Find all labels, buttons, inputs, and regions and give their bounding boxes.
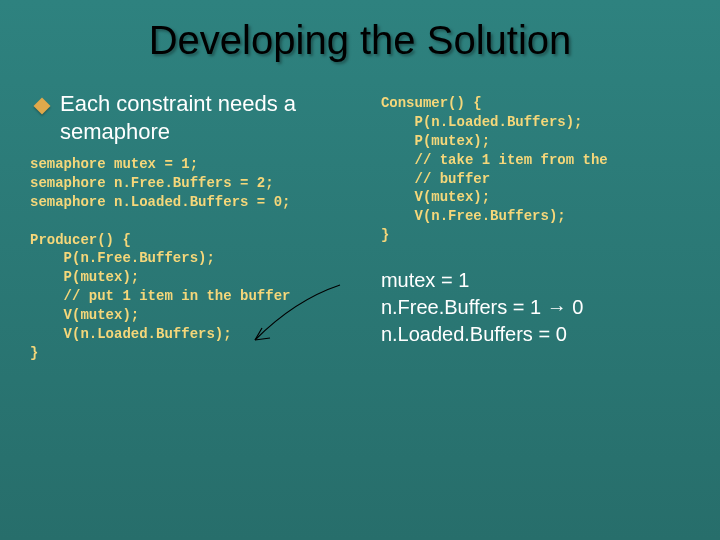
code-line: semaphore n.Loaded.Buffers = 0; <box>30 194 290 210</box>
semaphore-declarations: semaphore mutex = 1; semaphore n.Free.Bu… <box>30 155 365 363</box>
code-line: P(mutex); <box>381 133 490 149</box>
code-line: // put 1 item in the buffer <box>30 288 290 304</box>
annotation-line: n.Free.Buffers = 1 → 0 <box>381 294 690 321</box>
slide-title: Developing the Solution <box>0 18 720 63</box>
code-line: semaphore mutex = 1; <box>30 156 198 172</box>
left-column: Each constraint needs a semaphore semaph… <box>30 90 373 520</box>
bullet-diamond-icon <box>34 98 51 115</box>
code-line: semaphore n.Free.Buffers = 2; <box>30 175 274 191</box>
bullet-text: Each constraint needs a semaphore <box>60 90 365 145</box>
code-line: P(n.Loaded.Buffers); <box>381 114 583 130</box>
right-column: Consumer() { P(n.Loaded.Buffers); P(mute… <box>373 90 690 520</box>
code-line: Producer() { <box>30 232 131 248</box>
code-line: V(n.Loaded.Buffers); <box>30 326 232 342</box>
annotation-line: n.Loaded.Buffers = 0 <box>381 321 690 348</box>
code-line: } <box>381 227 389 243</box>
code-line: // take 1 item from the <box>381 152 608 168</box>
code-line: P(mutex); <box>30 269 139 285</box>
code-line: V(mutex); <box>381 189 490 205</box>
code-line: V(mutex); <box>30 307 139 323</box>
annotation-line: mutex = 1 <box>381 267 690 294</box>
arrow-icon: → <box>547 296 567 318</box>
code-line: } <box>30 345 38 361</box>
code-line: V(n.Free.Buffers); <box>381 208 566 224</box>
code-line: // buffer <box>381 171 490 187</box>
slide: Developing the Solution Each constraint … <box>0 0 720 540</box>
consumer-code: Consumer() { P(n.Loaded.Buffers); P(mute… <box>381 94 690 245</box>
state-annotation: mutex = 1 n.Free.Buffers = 1 → 0 n.Loade… <box>381 267 690 348</box>
code-line: Consumer() { <box>381 95 482 111</box>
content-area: Each constraint needs a semaphore semaph… <box>30 90 690 520</box>
code-line: P(n.Free.Buffers); <box>30 250 215 266</box>
bullet-item: Each constraint needs a semaphore <box>30 90 365 145</box>
